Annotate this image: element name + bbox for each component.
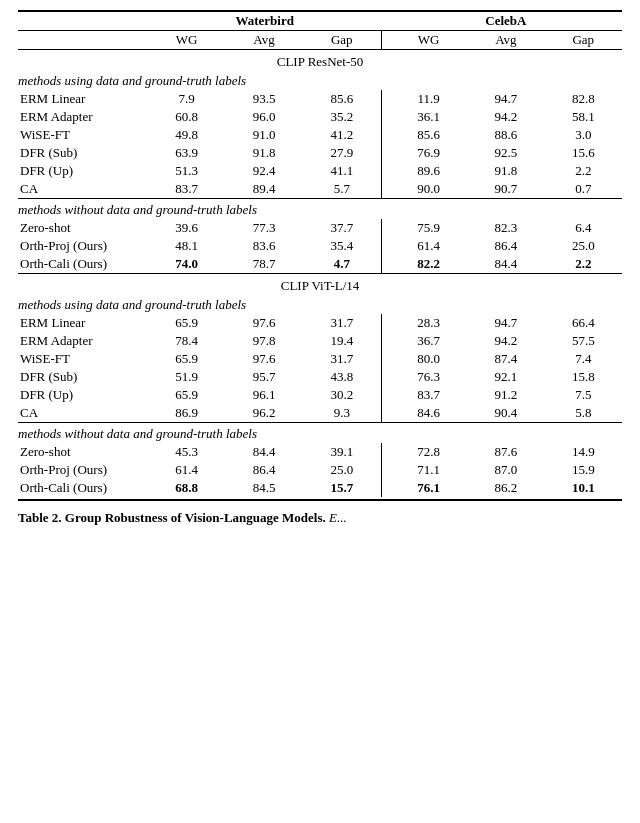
gap-val: 35.4 xyxy=(303,237,382,255)
c-wg-val: 72.8 xyxy=(390,443,467,461)
c-gap-val: 15.8 xyxy=(545,368,622,386)
gap-val: 19.4 xyxy=(303,332,382,350)
c-wg-val: 76.9 xyxy=(390,144,467,162)
gap-val: 30.2 xyxy=(303,386,382,404)
row-label: Orth-Proj (Ours) xyxy=(18,237,148,255)
c-gap-val: 58.1 xyxy=(545,108,622,126)
row-label: Zero-shot xyxy=(18,219,148,237)
c-gap-val: 6.4 xyxy=(545,219,622,237)
section-title-row: CLIP ViT-L/14 xyxy=(18,274,622,297)
gap-val: 5.7 xyxy=(303,180,382,199)
c-avg-val: 87.6 xyxy=(467,443,544,461)
waterbird-header: Waterbird xyxy=(148,12,381,31)
avg-val: 97.6 xyxy=(225,314,302,332)
table-row: WiSE-FT 65.9 97.6 31.7 80.0 87.4 7.4 xyxy=(18,350,622,368)
avg-val: 91.0 xyxy=(225,126,302,144)
c-wg-val: 90.0 xyxy=(390,180,467,199)
group2-label-row: methods without data and ground-truth la… xyxy=(18,423,622,444)
wg-val: 83.7 xyxy=(148,180,225,199)
table-row: Zero-shot 45.3 84.4 39.1 72.8 87.6 14.9 xyxy=(18,443,622,461)
wg-val: 49.8 xyxy=(148,126,225,144)
avg-val: 96.2 xyxy=(225,404,302,423)
wg-val: 78.4 xyxy=(148,332,225,350)
row-label: DFR (Sub) xyxy=(18,368,148,386)
pipe-subheader xyxy=(381,31,390,50)
gap-val: 9.3 xyxy=(303,404,382,423)
pipe-cell xyxy=(381,386,390,404)
table-row: ERM Adapter 78.4 97.8 19.4 36.7 94.2 57.… xyxy=(18,332,622,350)
group1-label-row: methods using data and ground-truth labe… xyxy=(18,296,622,314)
table-row: CA 86.9 96.2 9.3 84.6 90.4 5.8 xyxy=(18,404,622,423)
gap-val: 41.2 xyxy=(303,126,382,144)
row-label: ERM Adapter xyxy=(18,108,148,126)
pipe-cell xyxy=(381,162,390,180)
group2-label: methods without data and ground-truth la… xyxy=(18,199,622,220)
row-label: Orth-Cali (Ours) xyxy=(18,479,148,497)
wg-val: 65.9 xyxy=(148,350,225,368)
c-wg-val: 36.1 xyxy=(390,108,467,126)
c-avg-val: 87.0 xyxy=(467,461,544,479)
c-wg-val: 83.7 xyxy=(390,386,467,404)
table-row: Orth-Proj (Ours) 48.1 83.6 35.4 61.4 86.… xyxy=(18,237,622,255)
c-avg-val: 90.7 xyxy=(467,180,544,199)
c-gap-val: 15.9 xyxy=(545,461,622,479)
c-avg-val: 91.8 xyxy=(467,162,544,180)
table-row: WiSE-FT 49.8 91.0 41.2 85.6 88.6 3.0 xyxy=(18,126,622,144)
pipe-cell xyxy=(381,180,390,199)
table-row: ERM Linear 7.9 93.5 85.6 11.9 94.7 82.8 xyxy=(18,90,622,108)
table-row: CA 83.7 89.4 5.7 90.0 90.7 0.7 xyxy=(18,180,622,199)
wg-val: 86.9 xyxy=(148,404,225,423)
c-wg-val: 28.3 xyxy=(390,314,467,332)
c-avg-val: 92.5 xyxy=(467,144,544,162)
c-wg-val: 75.9 xyxy=(390,219,467,237)
gap-val: 31.7 xyxy=(303,350,382,368)
gap-header-1: Gap xyxy=(303,31,382,50)
gap-val: 37.7 xyxy=(303,219,382,237)
c-gap-val: 82.8 xyxy=(545,90,622,108)
section-title: CLIP ViT-L/14 xyxy=(18,274,622,297)
c-avg-val: 92.1 xyxy=(467,368,544,386)
row-label: Orth-Cali (Ours) xyxy=(18,255,148,274)
c-wg-val: 61.4 xyxy=(390,237,467,255)
wg-val: 60.8 xyxy=(148,108,225,126)
row-label: DFR (Sub) xyxy=(18,144,148,162)
avg-val: 96.1 xyxy=(225,386,302,404)
gap-header-2: Gap xyxy=(545,31,622,50)
c-gap-val: 10.1 xyxy=(545,479,622,497)
empty-subheader xyxy=(18,31,148,50)
c-wg-val: 85.6 xyxy=(390,126,467,144)
table-row: Orth-Cali (Ours) 68.8 84.5 15.7 76.1 86.… xyxy=(18,479,622,497)
c-wg-val: 82.2 xyxy=(390,255,467,274)
avg-val: 78.7 xyxy=(225,255,302,274)
gap-val: 39.1 xyxy=(303,443,382,461)
row-label: DFR (Up) xyxy=(18,162,148,180)
pipe-cell xyxy=(381,237,390,255)
c-gap-val: 15.6 xyxy=(545,144,622,162)
c-gap-val: 14.9 xyxy=(545,443,622,461)
c-gap-val: 3.0 xyxy=(545,126,622,144)
pipe-cell xyxy=(381,443,390,461)
gap-val: 15.7 xyxy=(303,479,382,497)
pipe-cell xyxy=(381,255,390,274)
pipe-cell xyxy=(381,350,390,368)
results-table: Waterbird CelebA WG Avg Gap WG Avg Gap C… xyxy=(18,12,622,497)
c-wg-val: 76.3 xyxy=(390,368,467,386)
group1-label-row: methods using data and ground-truth labe… xyxy=(18,72,622,90)
c-avg-val: 86.4 xyxy=(467,237,544,255)
row-label: WiSE-FT xyxy=(18,126,148,144)
pipe-cell xyxy=(381,461,390,479)
table-row: ERM Adapter 60.8 96.0 35.2 36.1 94.2 58.… xyxy=(18,108,622,126)
main-header-row: Waterbird CelebA xyxy=(18,12,622,31)
row-label: WiSE-FT xyxy=(18,350,148,368)
avg-val: 96.0 xyxy=(225,108,302,126)
section-title: CLIP ResNet-50 xyxy=(18,50,622,73)
group1-label: methods using data and ground-truth labe… xyxy=(18,72,622,90)
c-avg-val: 91.2 xyxy=(467,386,544,404)
wg-val: 39.6 xyxy=(148,219,225,237)
row-label: CA xyxy=(18,180,148,199)
avg-val: 92.4 xyxy=(225,162,302,180)
c-wg-val: 89.6 xyxy=(390,162,467,180)
c-avg-val: 82.3 xyxy=(467,219,544,237)
gap-val: 35.2 xyxy=(303,108,382,126)
pipe-header xyxy=(381,12,390,31)
